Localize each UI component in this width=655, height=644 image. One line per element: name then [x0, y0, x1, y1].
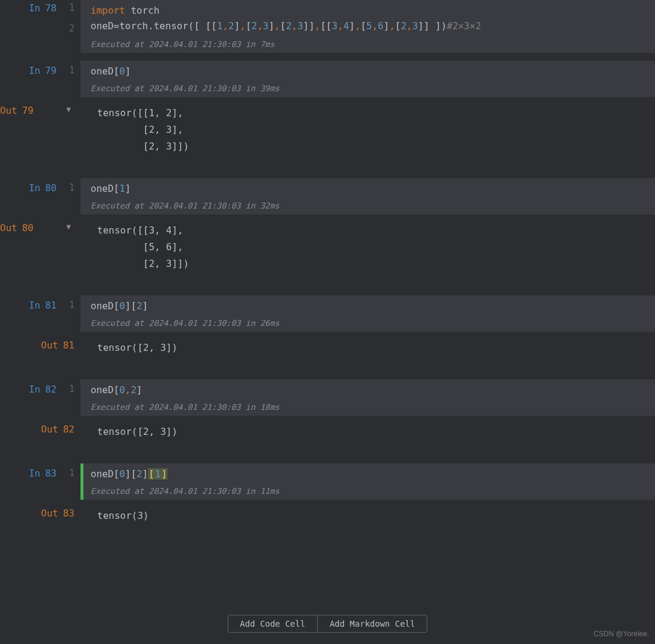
- cell-79: In 79 1 oneD[0] Executed at 2024.04.01 2…: [0, 61, 655, 163]
- gutter: In 79 1: [0, 61, 80, 80]
- gutter: In 83 1: [0, 463, 80, 483]
- execution-status: Executed at 2024.04.01 21:30:03 in 39ms: [80, 82, 655, 97]
- in-prompt: In 83: [29, 468, 57, 479]
- prompt-label: Out: [41, 340, 58, 351]
- out-prompt: Out 79: [0, 105, 33, 116]
- gutter: [0, 200, 80, 216]
- prompt-label: In: [29, 468, 40, 479]
- gutter: [0, 82, 80, 99]
- prompt-number: 81: [45, 300, 57, 311]
- line-number: 2: [63, 23, 74, 34]
- prompt-number: 83: [45, 468, 57, 479]
- prompt-number: 81: [63, 340, 74, 351]
- code-input[interactable]: oneD[0][2][1]: [80, 463, 655, 485]
- prompt-number: 83: [63, 508, 74, 519]
- execution-status: Executed at 2024.04.01 21:30:03 in 26ms: [80, 317, 655, 332]
- prompt-number: 80: [45, 182, 57, 194]
- gutter: Out 79 ▼: [0, 99, 80, 118]
- prompt-number: 82: [63, 424, 74, 435]
- code-line-1[interactable]: import torch: [91, 4, 648, 18]
- gutter: In 78 1: [0, 0, 80, 19]
- gutter: [0, 38, 80, 55]
- cell-80: In 80 1 oneD[1] Executed at 2024.04.01 2…: [0, 178, 655, 281]
- execution-status: Executed at 2024.04.01 21:30:03 in 32ms: [80, 200, 655, 214]
- code-input[interactable]: oneD=torch.tensor([ [[1,2],[2,3],[2,3]],…: [80, 19, 655, 38]
- prompt-number: 79: [22, 105, 33, 116]
- execution-status: Executed at 2024.04.01 21:30:03 in 11ms: [80, 485, 655, 500]
- code-input[interactable]: oneD[0]: [80, 61, 655, 82]
- cell-82: In 82 1 oneD[0,2] Executed at 2024.04.01…: [0, 379, 655, 449]
- prompt-number: 79: [45, 65, 57, 76]
- prompt-label: Out: [41, 508, 58, 519]
- code-input[interactable]: oneD[0,2]: [80, 379, 655, 401]
- in-prompt: In 81: [29, 300, 57, 311]
- out-prompt: Out 82: [41, 424, 74, 435]
- gutter: Out 81: [0, 334, 80, 353]
- output-text: tensor(3): [80, 502, 655, 533]
- line-number: 1: [63, 384, 74, 394]
- out-prompt: Out 80: [0, 222, 33, 234]
- cell-78: In 78 1 import torch 2 oneD=torch.tensor…: [0, 0, 655, 55]
- gutter: Out 82: [0, 418, 80, 437]
- chevron-down-icon[interactable]: ▼: [66, 105, 71, 114]
- code-line-2[interactable]: oneD=torch.tensor([ [[1,2],[2,3],[2,3]],…: [91, 19, 648, 33]
- code-line[interactable]: oneD[0][2]: [91, 299, 648, 313]
- cell-83: In 83 1 oneD[0][2][1] Executed at 2024.0…: [0, 463, 655, 533]
- gutter: 2: [0, 19, 80, 38]
- prompt-label: Out: [0, 105, 17, 116]
- code-line[interactable]: oneD[0,2]: [91, 383, 648, 397]
- out-prompt: Out 81: [41, 340, 74, 351]
- prompt-label: Out: [41, 424, 58, 435]
- line-number: 1: [63, 468, 74, 478]
- prompt-label: In: [29, 65, 40, 76]
- output-text: tensor([2, 3]): [80, 334, 655, 365]
- line-number: 1: [63, 300, 74, 310]
- line-number: 1: [63, 182, 74, 193]
- add-code-cell-button[interactable]: Add Code Cell: [228, 615, 318, 632]
- gutter: In 82 1: [0, 379, 80, 399]
- gutter: [0, 401, 80, 418]
- watermark-text: CSDN @Yorelee.: [594, 630, 649, 638]
- execution-status: Executed at 2024.04.01 21:30:03 in 18ms: [80, 401, 655, 416]
- execution-status: Executed at 2024.04.01 21:30:03 in 7ms: [80, 38, 655, 53]
- prompt-label: In: [29, 384, 40, 395]
- prompt-label: In: [29, 2, 40, 14]
- code-input[interactable]: oneD[0][2]: [80, 295, 655, 317]
- gutter: In 80 1: [0, 178, 80, 197]
- code-input[interactable]: oneD[1]: [80, 178, 655, 200]
- prompt-label: In: [29, 300, 40, 311]
- cell-81: In 81 1 oneD[0][2] Executed at 2024.04.0…: [0, 295, 655, 365]
- code-input[interactable]: import torch: [80, 0, 655, 19]
- chevron-down-icon[interactable]: ▼: [66, 222, 71, 231]
- output-text: tensor([2, 3]): [80, 418, 655, 449]
- gutter: [0, 317, 80, 334]
- code-line[interactable]: oneD[1]: [91, 182, 648, 196]
- code-line[interactable]: oneD[0]: [91, 64, 648, 79]
- prompt-label: In: [29, 182, 40, 194]
- out-prompt: Out 83: [41, 508, 74, 519]
- code-line[interactable]: oneD[0][2][1]: [91, 467, 648, 481]
- in-prompt: In 78: [29, 2, 57, 14]
- gutter: Out 80 ▼: [0, 216, 80, 235]
- cell-add-buttons: Add Code Cell Add Markdown Cell: [228, 615, 428, 633]
- line-number: 1: [63, 2, 74, 13]
- in-prompt: In 80: [29, 182, 57, 194]
- line-number: 1: [63, 65, 74, 76]
- gutter: In 81 1: [0, 295, 80, 315]
- add-markdown-cell-button[interactable]: Add Markdown Cell: [318, 615, 427, 632]
- output-text: tensor([[3, 4], [5, 6], [2, 3]]): [80, 216, 655, 281]
- output-text: tensor([[1, 2], [2, 3], [2, 3]]): [80, 99, 655, 163]
- prompt-label: Out: [0, 222, 17, 234]
- prompt-number: 78: [45, 2, 57, 14]
- prompt-number: 80: [22, 222, 33, 234]
- in-prompt: In 79: [29, 65, 57, 76]
- gutter: [0, 485, 80, 502]
- gutter: Out 83: [0, 502, 80, 521]
- in-prompt: In 82: [29, 384, 57, 395]
- prompt-number: 82: [45, 384, 57, 395]
